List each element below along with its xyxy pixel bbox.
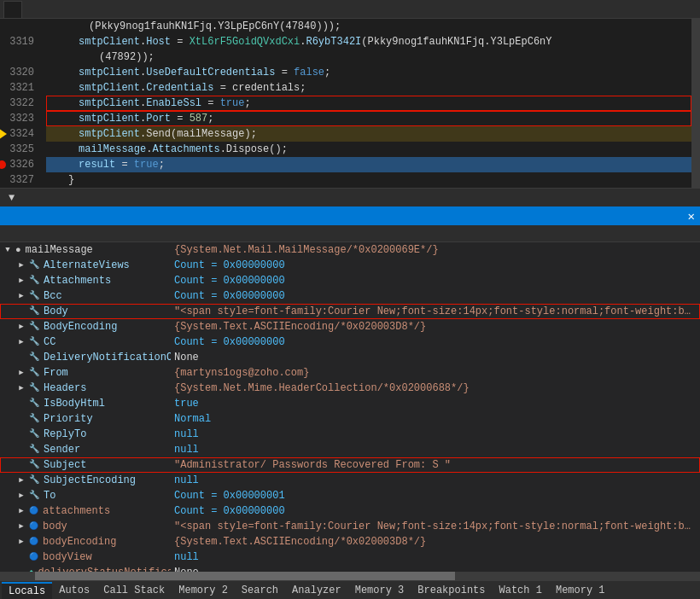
variable-name-cell: ▶🔧AlternateViews bbox=[0, 258, 171, 273]
list-item[interactable]: 🔧Body"<span style=font-family:Courier Ne… bbox=[0, 304, 700, 319]
expand-button[interactable] bbox=[15, 398, 27, 410]
variable-value-cell: None bbox=[171, 565, 700, 572]
bottom-tab-bar: LocalsAutosCall StackMemory 2SearchAnaly… bbox=[0, 580, 700, 599]
gutter-line: 3320 bbox=[0, 65, 38, 80]
code-token: = bbox=[171, 36, 190, 48]
table-row: smtpClient.EnableSsl = true; bbox=[46, 96, 691, 111]
list-item[interactable]: 🔵bodyViewnull bbox=[0, 550, 700, 565]
code-token: mailMessage bbox=[79, 143, 146, 155]
main-tab[interactable] bbox=[3, 1, 22, 18]
expand-button[interactable] bbox=[15, 551, 27, 563]
table-row: smtpClient.Send(mailMessage); bbox=[46, 126, 691, 142]
list-item[interactable]: ▶🔧BccCount = 0x00000000 bbox=[0, 288, 700, 304]
variable-icon: 🔵 bbox=[29, 550, 38, 565]
expand-button[interactable] bbox=[15, 305, 27, 317]
line-number: 3325 bbox=[9, 142, 34, 157]
list-item[interactable]: ▶🔵bodyEncoding{System.Text.ASCIIEncoding… bbox=[0, 534, 700, 550]
expand-button[interactable]: ▶ bbox=[15, 474, 27, 486]
list-item[interactable]: 🔧ReplyTonull bbox=[0, 427, 700, 442]
list-item[interactable]: 🔧IsBodyHtmltrue bbox=[0, 396, 700, 411]
expand-button[interactable] bbox=[15, 428, 27, 440]
code-token: ; bbox=[324, 67, 330, 79]
bottom-tab-watch-1[interactable]: Watch 1 bbox=[493, 582, 549, 599]
bottom-tab-memory-1[interactable]: Memory 1 bbox=[549, 582, 612, 599]
expand-button[interactable] bbox=[15, 459, 27, 471]
list-item[interactable]: ▶🔧Headers{System.Net.Mime.HeaderCollecti… bbox=[0, 381, 700, 396]
expand-button[interactable]: ▶ bbox=[15, 336, 27, 348]
line-number: 3327 bbox=[9, 172, 34, 188]
list-item[interactable]: ▶🔧BodyEncoding{System.Text.ASCIIEncoding… bbox=[0, 319, 700, 334]
list-item[interactable]: ▶🔧ToCount = 0x00000001 bbox=[0, 488, 700, 503]
horizontal-scrollbar[interactable] bbox=[0, 572, 700, 580]
list-item[interactable]: ▶🔵body"<span style=font-family:Courier N… bbox=[0, 519, 700, 534]
vertical-scrollbar[interactable] bbox=[691, 19, 700, 188]
code-token: smtpClient bbox=[79, 113, 140, 125]
code-token: = credentials; bbox=[213, 82, 306, 94]
list-item[interactable]: ▶🔧From{martyns1ogs@zoho.com} bbox=[0, 365, 700, 381]
code-token: smtpClient bbox=[79, 97, 140, 109]
variable-name-cell: 🔧Body bbox=[0, 304, 171, 319]
expand-button[interactable]: ▶ bbox=[15, 382, 27, 394]
variable-value-cell: Count = 0x00000000 bbox=[171, 258, 700, 273]
list-item[interactable]: ▶🔧CCCount = 0x00000000 bbox=[0, 334, 700, 350]
bottom-tab-memory-2[interactable]: Memory 2 bbox=[172, 582, 235, 599]
breakpoint-dot-icon bbox=[0, 160, 6, 169]
list-item[interactable]: 🔧PriorityNormal bbox=[0, 411, 700, 427]
table-row: (Pkky9nog1fauhKN1Fjq.Y3LpEpC6nY(47840)))… bbox=[46, 19, 691, 34]
expand-button[interactable] bbox=[15, 444, 27, 456]
variable-name-cell: 🔧Subject bbox=[0, 457, 171, 473]
zoom-dropdown-icon[interactable]: ▼ bbox=[9, 192, 15, 204]
list-item[interactable]: ▶🔧AttachmentsCount = 0x00000000 bbox=[0, 273, 700, 288]
bottom-tab-analyzer[interactable]: Analyzer bbox=[285, 582, 348, 599]
gutter-line: 3322 bbox=[0, 96, 38, 111]
variable-value-cell: {System.Text.ASCIIEncoding/*0x020003D8*/… bbox=[171, 534, 700, 550]
expand-button[interactable]: ▶ bbox=[15, 367, 27, 379]
variable-icon: 🔧 bbox=[29, 365, 39, 381]
expand-button[interactable] bbox=[15, 352, 27, 363]
bottom-tab-autos[interactable]: Autos bbox=[52, 582, 96, 599]
bottom-tab-locals[interactable]: Locals bbox=[2, 582, 52, 599]
panel-close-button[interactable]: ✕ bbox=[688, 209, 695, 224]
bottom-tab-call-stack[interactable]: Call Stack bbox=[96, 582, 172, 599]
variable-icon: 🔧 bbox=[29, 396, 39, 411]
variable-name-cell: ▶🔧CC bbox=[0, 334, 171, 350]
list-item[interactable]: ▼●mailMessage{System.Net.Mail.MailMessag… bbox=[0, 242, 700, 258]
list-item[interactable]: 🔧Sendernull bbox=[0, 442, 700, 457]
variable-name-cell: ▶🔧Attachments bbox=[0, 273, 171, 288]
expand-button[interactable]: ▼ bbox=[2, 244, 14, 256]
locals-table-body[interactable]: ▼●mailMessage{System.Net.Mail.MailMessag… bbox=[0, 242, 700, 572]
expand-button[interactable]: ▶ bbox=[15, 505, 27, 517]
expand-button[interactable]: ▶ bbox=[15, 259, 27, 271]
list-item[interactable]: ◆deliveryStatusNotificationNone bbox=[0, 565, 700, 572]
bottom-tab-breakpoints[interactable]: Breakpoints bbox=[411, 582, 492, 599]
variable-value-cell: null bbox=[171, 473, 700, 488]
expand-button[interactable]: ▶ bbox=[15, 536, 27, 548]
variable-name-cell: ▶🔵attachments bbox=[0, 503, 171, 519]
list-item[interactable]: ▶🔧AlternateViewsCount = 0x00000000 bbox=[0, 258, 700, 273]
list-item[interactable]: 🔧DeliveryNotificationOptionsNone bbox=[0, 350, 700, 365]
list-item[interactable]: 🔧Subject"Administrator/ Passwords Recove… bbox=[0, 457, 700, 473]
code-token: smtpClient bbox=[79, 128, 140, 140]
list-item[interactable]: ▶🔧SubjectEncodingnull bbox=[0, 473, 700, 488]
table-row: } bbox=[46, 172, 691, 188]
list-item[interactable]: ▶🔵attachmentsCount = 0x00000000 bbox=[0, 503, 700, 519]
code-token: smtpClient bbox=[79, 67, 140, 79]
expand-button[interactable]: ▶ bbox=[15, 290, 27, 302]
code-token: result bbox=[79, 159, 115, 171]
expand-button[interactable] bbox=[15, 413, 27, 425]
code-token: ; bbox=[159, 159, 165, 171]
editor-tab-bar bbox=[0, 0, 700, 19]
variable-value-cell: null bbox=[171, 442, 700, 457]
variable-name: ReplyTo bbox=[44, 427, 86, 442]
expand-button[interactable]: ▶ bbox=[15, 490, 27, 502]
table-row: (47892)); bbox=[46, 49, 691, 65]
variable-icon: 🔵 bbox=[29, 534, 38, 550]
code-container: 331933203321332233233324332533263327 (Pk… bbox=[0, 19, 700, 188]
bottom-tab-memory-3[interactable]: Memory 3 bbox=[348, 582, 411, 599]
expand-button[interactable]: ▶ bbox=[15, 520, 27, 532]
variable-name: body bbox=[43, 519, 67, 534]
bottom-tab-search[interactable]: Search bbox=[235, 582, 285, 599]
variable-name-cell: ▼●mailMessage bbox=[0, 242, 171, 258]
expand-button[interactable]: ▶ bbox=[15, 275, 27, 287]
expand-button[interactable]: ▶ bbox=[15, 321, 27, 333]
